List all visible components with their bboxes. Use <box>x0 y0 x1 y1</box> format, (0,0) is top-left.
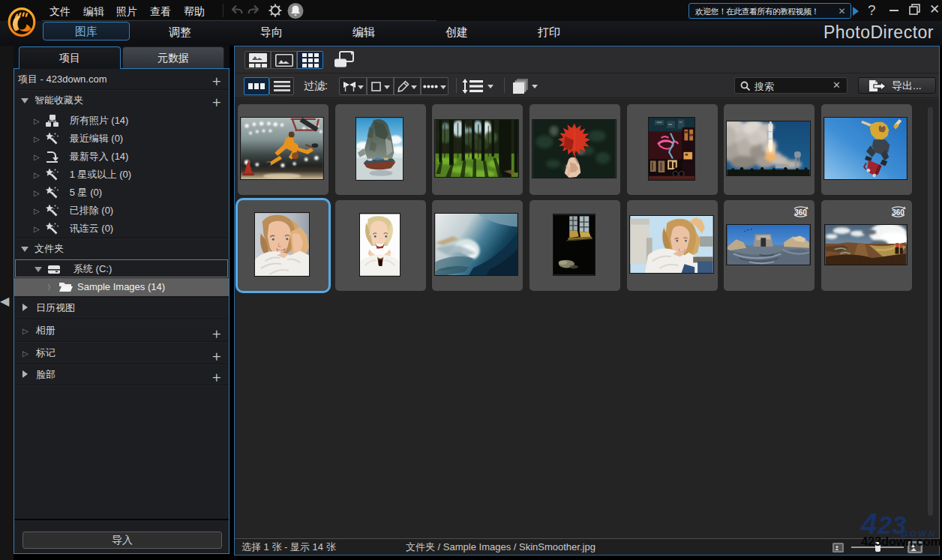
svg-text:360: 360 <box>794 208 807 217</box>
svg-text:360: 360 <box>892 208 904 217</box>
